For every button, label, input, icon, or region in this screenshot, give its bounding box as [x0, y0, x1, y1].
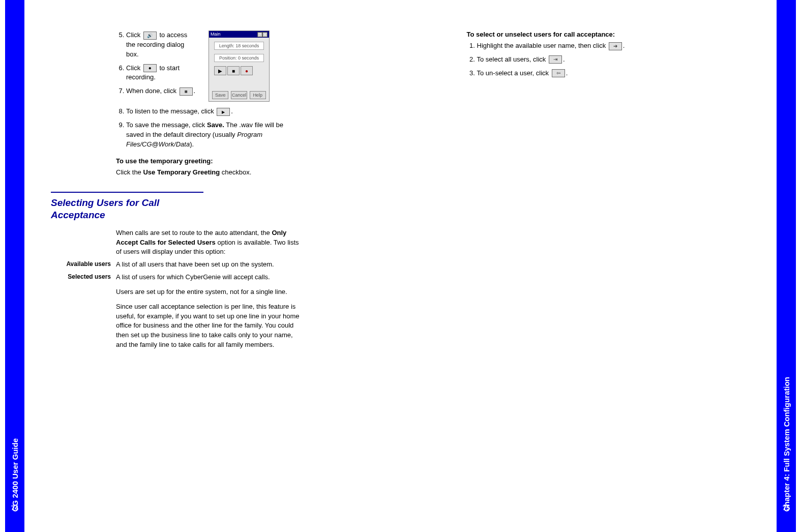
- section-intro: When calls are set to route to the auto …: [116, 228, 300, 257]
- arrow-right-icon: [609, 42, 622, 50]
- dialog-bottom-buttons: Save Cancel Help: [209, 91, 269, 99]
- help-icon: ?: [257, 32, 262, 37]
- step-7: When done, click .: [126, 86, 197, 96]
- speaker-icon: [143, 32, 157, 40]
- temp-greeting-bold: Use Temporary Greeting: [143, 168, 220, 176]
- play-icon: ▶: [214, 66, 226, 75]
- intro-text-a: When calls are set to route to the auto …: [116, 229, 272, 237]
- def-available-users: Available users A list of all users that…: [51, 260, 300, 270]
- def-selected-users: Selected users A list of users for which…: [51, 273, 300, 282]
- dialog-window-buttons: ?x: [257, 32, 268, 37]
- arrow-left-icon: [552, 69, 565, 77]
- sidebar-left-label: CG 2400 User Guide: [5, 0, 24, 532]
- page-left: CG 2400 User Guide 74 Click to access th…: [0, 0, 401, 532]
- dialog-titlebar: Main ?x: [209, 31, 269, 38]
- right-step-3-a: To un-select a user, click: [477, 69, 551, 77]
- dialog-position-row: Position: 0 seconds: [214, 54, 264, 62]
- right-content: To select or unselect users for call acc…: [467, 31, 731, 82]
- def-term-available: Available users: [51, 260, 111, 270]
- step-7-text-a: When done, click: [126, 87, 179, 95]
- step-5-text-a: Click: [126, 31, 142, 39]
- body-para-1: Users are set up for the entire system, …: [116, 287, 300, 297]
- dialog-save-button: Save: [212, 91, 228, 99]
- step-9-bold: Save.: [207, 121, 224, 129]
- page-number-left: 74: [5, 504, 24, 512]
- temp-greeting-text-b: checkbox.: [220, 168, 251, 176]
- step-8-text-b: .: [231, 107, 233, 115]
- step-7-text-b: .: [194, 87, 196, 95]
- right-step-3-b: .: [566, 69, 568, 77]
- right-step-2-a: To select all users, click: [477, 55, 548, 63]
- right-step-3: To un-select a user, click .: [477, 69, 731, 78]
- right-heading: To select or unselect users for call acc…: [467, 31, 731, 38]
- close-icon: x: [262, 32, 268, 37]
- step-9: To save the message, click Save. The .wa…: [126, 121, 299, 150]
- step-6-text-a: Click: [126, 64, 142, 72]
- step-9-text-a: To save the message, click: [126, 121, 207, 129]
- recording-dialog-figure: Main ?x Length: 18 seconds Position: 0 s…: [209, 31, 270, 102]
- dialog-help-button: Help: [250, 91, 266, 99]
- temp-greeting-text-a: Click the: [116, 168, 143, 176]
- step-9-text-c: ).: [190, 140, 194, 148]
- stop-icon: [180, 87, 193, 96]
- step-5: Click to access the recording dialog box…: [126, 31, 197, 60]
- temp-greeting-heading: To use the temporary greeting:: [116, 157, 300, 165]
- dialog-title-text: Main: [211, 32, 221, 37]
- body-para-2: Since user call acceptance selection is …: [116, 302, 300, 350]
- step-8: To listen to the message, click .: [126, 107, 299, 116]
- def-term-selected: Selected users: [51, 273, 111, 282]
- dialog-length-row: Length: 18 seconds: [214, 42, 264, 50]
- stop-icon: ■: [227, 66, 240, 75]
- record-icon: ●: [241, 66, 253, 75]
- def-desc-available: A list of all users that have been set u…: [116, 260, 300, 270]
- play-icon: [217, 108, 230, 116]
- page-right: Chapter 4: Full System Configuration 75 …: [401, 0, 802, 532]
- sidebar-right-label: Chapter 4: Full System Configuration: [777, 0, 796, 532]
- section-heading: Selecting Users for Call Acceptance: [51, 192, 203, 221]
- page-number-right: 75: [777, 504, 796, 512]
- dialog-cancel-button: Cancel: [231, 91, 247, 99]
- right-step-2: To select all users, click .: [477, 55, 731, 65]
- dialog-controls: ▶ ■ ●: [214, 66, 264, 75]
- right-step-1-a: Highlight the available user name, then …: [477, 42, 608, 49]
- right-step-1-b: .: [623, 42, 625, 49]
- right-step-1: Highlight the available user name, then …: [477, 41, 731, 51]
- step-8-text-a: To listen to the message, click: [126, 107, 216, 115]
- step-6: Click to start recording.: [126, 64, 197, 83]
- record-icon: [143, 64, 157, 72]
- left-content: Click to access the recording dialog box…: [51, 31, 300, 350]
- temp-greeting-text: Click the Use Temporary Greeting checkbo…: [116, 168, 300, 178]
- def-desc-selected: A list of users for which CyberGenie wil…: [116, 273, 300, 282]
- double-arrow-right-icon: [549, 55, 562, 64]
- right-step-2-b: .: [563, 55, 565, 63]
